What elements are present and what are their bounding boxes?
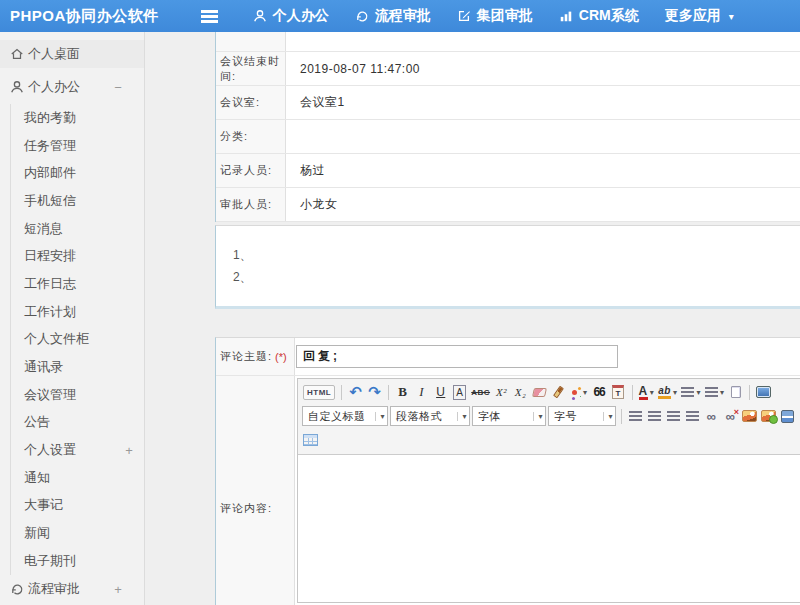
- sidebar-subitem-短消息[interactable]: 短消息: [11, 215, 144, 243]
- sidebar-subitem-日程安排[interactable]: 日程安排: [11, 242, 144, 270]
- sidebar-subitem-label: 公告: [24, 413, 50, 431]
- font-color-icon-glyph: A: [639, 385, 648, 400]
- paste-as-text-icon[interactable]: T: [610, 382, 627, 402]
- subscript-icon[interactable]: X₂: [512, 382, 529, 402]
- nav-item-1[interactable]: 个人办公: [253, 7, 329, 25]
- sidebar-subitem-新闻[interactable]: 新闻: [11, 519, 144, 547]
- sidebar-subitem-通知[interactable]: 通知: [11, 464, 144, 492]
- fullscreen-icon-glyph: [756, 386, 771, 398]
- insert-flash-icon[interactable]: [760, 406, 777, 426]
- sidebar-subitem-工作日志[interactable]: 工作日志: [11, 270, 144, 298]
- sidebar-subitem-label: 工作计划: [24, 303, 76, 321]
- underline-icon[interactable]: U: [432, 382, 449, 402]
- font-name-icon[interactable]: A: [451, 382, 468, 402]
- sidebar-subitem-任务管理[interactable]: 任务管理: [11, 132, 144, 160]
- sidebar-item-label: 个人办公: [28, 78, 80, 96]
- sidebar-subitem-电子期刊[interactable]: 电子期刊: [11, 547, 144, 575]
- form-row-value: 会议室1: [286, 86, 800, 119]
- align-right-icon[interactable]: [665, 406, 682, 426]
- main-content: 会议结束时间:2019-08-07 11:47:00会议室:会议室1分类:记录人…: [145, 32, 800, 605]
- strikethrough-icon-glyph: ABC: [471, 388, 490, 397]
- comment-subject-row: 评论主题:(*): [216, 338, 800, 376]
- spellcheck-icon[interactable]: [569, 382, 589, 402]
- nav-item-5[interactable]: 更多应用▾: [665, 7, 734, 25]
- format-brush-icon-glyph: [553, 386, 564, 399]
- nav-item-label: 个人办公: [273, 7, 329, 25]
- toolbar-separator: [621, 409, 622, 424]
- strikethrough-icon[interactable]: ABC: [470, 382, 491, 402]
- insert-media-icon-glyph: [781, 410, 794, 423]
- expand-toggle-icon[interactable]: +: [111, 581, 125, 596]
- nav-item-label: 集团审批: [477, 7, 533, 25]
- top-menu: 个人办公流程审批集团审批CRM系统更多应用▾: [240, 7, 747, 25]
- sidebar-subitem-个人文件柜[interactable]: 个人文件柜: [11, 326, 144, 354]
- spellcheck-icon-glyph: [572, 390, 577, 395]
- sidebar-item-个人办公[interactable]: 个人办公−: [0, 73, 144, 101]
- font-family-select[interactable]: 字体▾: [472, 406, 546, 426]
- ordered-list-icon[interactable]: [680, 382, 702, 402]
- sidebar-subitem-个人设置[interactable]: 个人设置+: [11, 436, 144, 464]
- font-color-icon[interactable]: A: [638, 382, 656, 402]
- insert-table-icon-glyph: [303, 434, 318, 446]
- html-source-button-label: HTML: [303, 385, 335, 400]
- new-document-icon[interactable]: [727, 382, 744, 402]
- nav-item-4[interactable]: CRM系统: [559, 7, 639, 25]
- align-center-icon[interactable]: [646, 406, 663, 426]
- dropdown-label: 字号: [554, 409, 577, 424]
- collapse-toggle-icon[interactable]: −: [111, 80, 125, 95]
- nav-item-2[interactable]: 流程审批: [355, 7, 431, 25]
- unordered-list-icon[interactable]: [704, 382, 726, 402]
- unlink-icon[interactable]: ∞: [722, 406, 739, 426]
- caret-down-icon: ▾: [533, 412, 543, 421]
- paragraph-format-select[interactable]: 段落格式▾: [390, 406, 470, 426]
- form-row-value: [286, 120, 800, 153]
- hamburger-menu-icon[interactable]: [201, 10, 218, 23]
- superscript-icon[interactable]: X²: [493, 382, 510, 402]
- sidebar-subitem-label: 内部邮件: [24, 164, 76, 182]
- justify-icon-glyph: [686, 411, 699, 421]
- sidebar-subitem-大事记[interactable]: 大事记: [11, 492, 144, 520]
- sidebar-subitem-label: 工作日志: [24, 275, 76, 293]
- insert-table-icon[interactable]: [302, 430, 319, 450]
- app-title: PHPOA协同办公软件: [10, 7, 159, 26]
- toolbar-separator: [749, 385, 750, 400]
- align-left-icon[interactable]: [627, 406, 644, 426]
- justify-icon[interactable]: [684, 406, 701, 426]
- redo-icon[interactable]: ↷: [366, 382, 383, 402]
- chart-icon: [559, 9, 573, 23]
- form-row-label: 审批人员:: [216, 188, 286, 221]
- sidebar-subitem-通讯录[interactable]: 通讯录: [11, 353, 144, 381]
- editor-content-area[interactable]: [298, 455, 800, 602]
- form-row-label: 分类:: [216, 120, 286, 153]
- html-source-button[interactable]: HTML: [302, 382, 336, 402]
- sidebar-subitem-内部邮件[interactable]: 内部邮件: [11, 159, 144, 187]
- expand-toggle-icon[interactable]: +: [122, 443, 136, 458]
- link-icon-glyph: ∞: [707, 409, 717, 424]
- heading-select[interactable]: 自定义标题▾: [302, 406, 388, 426]
- font-size-select[interactable]: 字号▾: [548, 406, 616, 426]
- sidebar-subitem-手机短信[interactable]: 手机短信: [11, 187, 144, 215]
- insert-media-icon[interactable]: [779, 406, 796, 426]
- undo-icon[interactable]: ↶: [347, 382, 364, 402]
- sidebar-subitem-工作计划[interactable]: 工作计划: [11, 298, 144, 326]
- sidebar-subitem-label: 通讯录: [24, 358, 63, 376]
- link-icon[interactable]: ∞: [703, 406, 720, 426]
- blockquote-icon[interactable]: 66: [591, 382, 608, 402]
- sidebar-item-个人桌面[interactable]: 个人桌面: [0, 40, 144, 68]
- highlight-color-icon[interactable]: ab: [657, 382, 678, 402]
- insert-image-icon[interactable]: [741, 406, 758, 426]
- sidebar-item-label: 个人桌面: [28, 45, 80, 63]
- sidebar-subitem-会议管理[interactable]: 会议管理: [11, 381, 144, 409]
- eraser-icon[interactable]: [531, 382, 548, 402]
- fullscreen-icon[interactable]: [755, 382, 772, 402]
- sidebar-subitem-我的考勤[interactable]: 我的考勤: [11, 104, 144, 132]
- sidebar-subitem-公告[interactable]: 公告: [11, 409, 144, 437]
- nav-item-3[interactable]: 集团审批: [457, 7, 533, 25]
- bold-icon[interactable]: B: [394, 382, 411, 402]
- insert-flash-icon-glyph: [761, 410, 776, 422]
- format-brush-icon[interactable]: [550, 382, 567, 402]
- sidebar-item-流程审批[interactable]: 流程审批+: [0, 575, 144, 603]
- comment-subject-input[interactable]: [296, 345, 618, 368]
- italic-icon[interactable]: I: [413, 382, 430, 402]
- table-row: 会议结束时间:2019-08-07 11:47:00: [216, 52, 800, 86]
